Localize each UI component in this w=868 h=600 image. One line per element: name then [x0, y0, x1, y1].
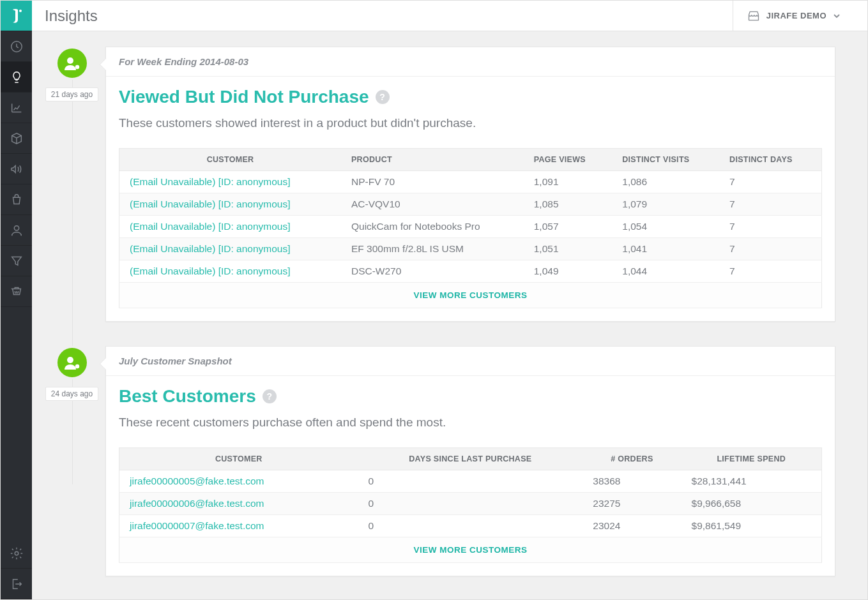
topbar: Insights JIRAFE DEMO	[32, 1, 867, 31]
col-page-views: PAGE VIEWS	[524, 149, 613, 171]
svg-rect-7	[77, 67, 78, 69]
table-row: (Email Unavailable) [ID: anonymous] Quic…	[119, 216, 822, 238]
svg-rect-6	[77, 66, 78, 67]
nav-funnel-icon[interactable]	[1, 246, 32, 276]
card-meta: July Customer Snapshot	[106, 347, 835, 376]
table-row: (Email Unavailable) [ID: anonymous] DSC-…	[119, 260, 822, 283]
chevron-down-icon	[833, 12, 841, 20]
account-label: JIRAFE DEMO	[766, 11, 826, 20]
nav-marketing-icon[interactable]	[1, 154, 32, 184]
col-customer: CUSTOMER	[119, 448, 358, 470]
table-row: (Email Unavailable) [ID: anonymous] AC-V…	[119, 193, 822, 216]
table-row: jirafe00000007@fake.test.com 0 23024 $9,…	[119, 515, 822, 537]
customer-link[interactable]: jirafe00000007@fake.test.com	[130, 520, 264, 531]
table-row: jirafe00000006@fake.test.com 0 23275 $9,…	[119, 493, 822, 515]
col-distinct-visits: DISTINCT VISITS	[612, 149, 719, 171]
col-customer: CUSTOMER	[119, 149, 341, 171]
card-meta: For Week Ending 2014-08-03	[106, 47, 835, 77]
customer-link[interactable]: (Email Unavailable) [ID: anonymous]	[130, 243, 291, 254]
customer-badge-icon	[56, 346, 89, 379]
svg-point-4	[67, 57, 73, 64]
sidebar	[1, 1, 32, 599]
col-days-since: DAYS SINCE LAST PURCHASE	[358, 448, 583, 470]
svg-point-3	[15, 551, 19, 555]
nav-customers-icon[interactable]	[1, 215, 32, 246]
view-more-link[interactable]: VIEW MORE CUSTOMERS	[119, 283, 822, 308]
store-icon	[747, 10, 760, 22]
nav-abandoned-icon[interactable]	[1, 276, 32, 307]
col-lifetime-spend: LIFETIME SPEND	[681, 448, 822, 470]
nav-insights-icon[interactable]	[1, 62, 32, 93]
nav-settings-icon[interactable]	[1, 538, 32, 569]
customer-link[interactable]: (Email Unavailable) [ID: anonymous]	[130, 176, 291, 187]
card-title: Best Customers	[119, 386, 256, 407]
customer-link[interactable]: (Email Unavailable) [ID: anonymous]	[130, 266, 291, 276]
help-icon[interactable]: ?	[376, 90, 390, 104]
col-orders: # ORDERS	[582, 448, 681, 470]
account-switcher[interactable]: JIRAFE DEMO	[733, 1, 855, 31]
nav-logout-icon[interactable]	[1, 569, 32, 599]
nav-shopping-icon[interactable]	[1, 184, 32, 215]
nav-products-icon[interactable]	[1, 123, 32, 154]
table-row: jirafe00000005@fake.test.com 0 38368 $28…	[119, 470, 822, 493]
customer-link[interactable]: (Email Unavailable) [ID: anonymous]	[130, 221, 291, 232]
time-ago-label: 21 days ago	[45, 87, 98, 101]
card-subtitle: These recent customers purchase often an…	[119, 416, 822, 430]
col-distinct-days: DISTINCT DAYS	[719, 149, 821, 171]
content-area: 21 days ago For Week Ending 2014-08-03 V…	[32, 31, 867, 599]
table-row: (Email Unavailable) [ID: anonymous] NP-F…	[119, 171, 822, 193]
app-logo[interactable]	[1, 1, 32, 31]
table-row: (Email Unavailable) [ID: anonymous] EF 3…	[119, 238, 822, 260]
time-ago-label: 24 days ago	[45, 387, 98, 401]
insight-card: 24 days ago July Customer Snapshot Best …	[38, 346, 835, 576]
svg-point-8	[67, 357, 73, 363]
customer-badge-icon	[56, 47, 89, 80]
timeline-line	[72, 47, 73, 484]
svg-rect-10	[77, 365, 78, 366]
col-product: PRODUCT	[341, 149, 524, 171]
page-title: Insights	[45, 7, 98, 25]
card-subtitle: These customers showed interest in a pro…	[119, 116, 822, 130]
customer-link[interactable]: (Email Unavailable) [ID: anonymous]	[130, 199, 291, 209]
customer-link[interactable]: jirafe00000005@fake.test.com	[130, 476, 264, 486]
nav-recent-icon[interactable]	[1, 31, 32, 62]
insight-table: CUSTOMER DAYS SINCE LAST PURCHASE # ORDE…	[119, 447, 822, 563]
svg-point-0	[19, 10, 22, 12]
insight-table: CUSTOMER PRODUCT PAGE VIEWS DISTINCT VIS…	[119, 148, 822, 308]
card-title: Viewed But Did Not Purchase	[119, 87, 369, 107]
view-more-link[interactable]: VIEW MORE CUSTOMERS	[119, 537, 822, 563]
svg-point-2	[14, 225, 19, 230]
svg-rect-11	[77, 366, 78, 368]
insight-card: 21 days ago For Week Ending 2014-08-03 V…	[38, 47, 835, 322]
customer-link[interactable]: jirafe00000006@fake.test.com	[130, 498, 264, 509]
nav-reports-icon[interactable]	[1, 93, 32, 123]
help-icon[interactable]: ?	[263, 389, 277, 403]
